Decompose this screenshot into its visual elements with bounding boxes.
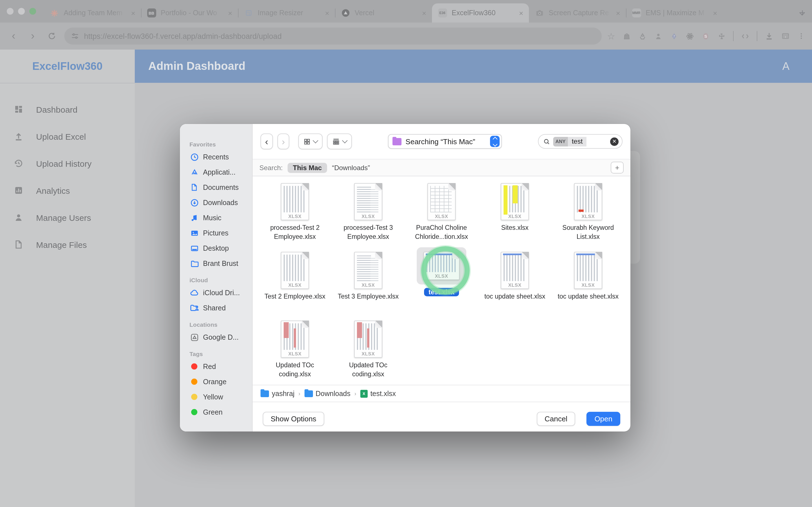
tab-search-button[interactable] <box>800 7 804 17</box>
finder-sidebar-item-applicati-[interactable]: Applicati... <box>180 165 252 180</box>
clear-search-button[interactable]: ✕ <box>610 137 619 146</box>
close-window-button[interactable] <box>7 8 13 15</box>
finder-item-label: iCloud Dri... <box>203 289 240 297</box>
path-label: yashraj <box>272 390 295 397</box>
browser-tab-4[interactable]: Vercel× <box>335 3 432 22</box>
tab-close-icon[interactable]: × <box>228 9 232 17</box>
finder-sidebar-item-google-d-[interactable]: Google D... <box>180 330 252 345</box>
forward-button[interactable]: › <box>26 30 40 42</box>
dialog-forward-button[interactable]: › <box>277 133 289 149</box>
tab-close-icon[interactable]: × <box>131 9 135 17</box>
sidebar-item-manage-files[interactable]: Manage Files <box>0 231 135 258</box>
devtools-window-icon[interactable] <box>781 32 790 41</box>
file-item-4[interactable]: XLSXSites.xlsx <box>478 181 552 247</box>
path-segment-yashraj[interactable]: yashraj <box>260 390 295 397</box>
file-name: Updated TOc coding.xlsx <box>333 361 403 379</box>
finder-sidebar-item-green[interactable]: Green <box>180 404 252 420</box>
file-item-2[interactable]: XLSXprocessed-Test 3 Employee.xlsx <box>332 181 405 247</box>
sidebar-item-upload-excel[interactable]: Upload Excel <box>0 123 135 150</box>
search-token[interactable]: ANY test <box>553 136 607 146</box>
scope-downloads[interactable]: “Downloads” <box>332 164 370 172</box>
sidebar-item-dashboard[interactable]: Dashboard <box>0 96 135 123</box>
extensions-puzzle-icon[interactable] <box>717 32 726 40</box>
browser-tab-7[interactable]: MMREMS | Maximize M× <box>626 3 723 22</box>
browser-tab-5[interactable]: E36ExcelFlow360× <box>432 3 529 22</box>
file-type-badge: XLSX <box>501 214 528 219</box>
file-item-6[interactable]: XLSXTest 2 Employee.xlsx <box>258 249 332 316</box>
file-item-12[interactable]: XLSXUpdated TOc coding.xlsx <box>332 318 405 385</box>
finder-sidebar-item-downloads[interactable]: Downloads <box>180 195 252 210</box>
sidebar-item-manage-users[interactable]: Manage Users <box>0 204 135 231</box>
back-button[interactable]: ‹ <box>7 30 20 42</box>
extension-bag-icon[interactable] <box>622 32 631 40</box>
tab-close-icon[interactable]: × <box>422 9 426 17</box>
tag-dot-icon <box>191 394 197 400</box>
browser-tab-6[interactable]: Screen Capture Re× <box>529 3 626 22</box>
sidebar-section-title: Locations <box>180 321 252 328</box>
file-item-3[interactable]: XLSXPuraChol Choline Chloride...tion.xls… <box>405 181 478 247</box>
search-scope-bar: Search: This Mac “Downloads” + <box>253 159 630 176</box>
file-name: processed-Test 2 Employee.xlsx <box>260 224 330 241</box>
finder-sidebar-item-desktop[interactable]: Desktop <box>180 240 252 256</box>
open-button[interactable]: Open <box>587 411 620 426</box>
location-select[interactable]: Searching “This Mac” <box>388 134 502 149</box>
zoom-window-button[interactable] <box>29 8 36 15</box>
site-settings-icon[interactable] <box>71 32 79 40</box>
file-item-11[interactable]: XLSXUpdated TOc coding.xlsx <box>258 318 332 385</box>
show-options-button[interactable]: Show Options <box>263 411 324 426</box>
file-item-7[interactable]: XLSXTest 3 Employee.xlsx <box>332 249 405 316</box>
finder-sidebar-item-shared[interactable]: Shared <box>180 300 252 316</box>
path-segment-downloads[interactable]: Downloads <box>304 390 350 397</box>
extension-diamond-icon[interactable]: 7 <box>670 32 678 40</box>
tag-dot-icon <box>191 409 197 415</box>
file-item-9[interactable]: XLSXtoc update sheet.xlsx <box>478 249 552 316</box>
avatar[interactable]: A <box>782 60 790 72</box>
add-scope-button[interactable]: + <box>611 162 624 173</box>
file-item-10[interactable]: XLSXtoc update sheet.xlsx <box>552 249 625 316</box>
finder-sidebar-item-recents[interactable]: Recents <box>180 149 252 165</box>
tab-close-icon[interactable]: × <box>713 9 717 17</box>
path-segment-test-xlsx[interactable]: xtest.xlsx <box>360 390 396 397</box>
finder-sidebar-item-brant-brust[interactable]: Brant Brust <box>180 256 252 271</box>
code-brackets-icon[interactable] <box>741 32 749 40</box>
file-item-5[interactable]: XLSXSourabh Keyword List.xlsx <box>552 181 625 247</box>
extension-person-icon[interactable] <box>654 32 663 40</box>
scope-this-mac[interactable]: This Mac <box>288 163 327 173</box>
address-bar[interactable]: https://excel-flow360-f.vercel.app/admin… <box>64 27 601 45</box>
browser-tab-2[interactable]: BBPortfolio - Our Wo× <box>141 3 238 22</box>
extension-atom-icon[interactable] <box>686 32 694 40</box>
group-view-button[interactable] <box>327 133 352 149</box>
sidebar-item-analytics[interactable]: Analytics <box>0 177 135 204</box>
tab-close-icon[interactable]: × <box>519 9 523 17</box>
finder-sidebar-item-orange[interactable]: Orange <box>180 374 252 389</box>
finder-sidebar-item-icloud-dri-[interactable]: iCloud Dri... <box>180 285 252 300</box>
tab-close-icon[interactable]: × <box>325 9 329 17</box>
file-item-1[interactable]: XLSXprocessed-Test 2 Employee.xlsx <box>258 181 332 247</box>
downloads-icon[interactable] <box>765 32 774 41</box>
reload-button[interactable] <box>45 32 59 41</box>
window-controls[interactable] <box>0 0 44 22</box>
finder-sidebar-item-red[interactable]: Red <box>180 359 252 374</box>
tab-title: Screen Capture Re <box>549 9 612 17</box>
minimize-window-button[interactable] <box>18 8 25 15</box>
extension-s-icon[interactable]: S <box>702 32 710 40</box>
dialog-back-button[interactable]: ‹ <box>260 133 273 149</box>
finder-sidebar-item-music[interactable]: Music <box>180 210 252 225</box>
extension-recycle-icon[interactable] <box>638 32 647 40</box>
cancel-button[interactable]: Cancel <box>537 411 575 426</box>
badge-light-icon: MMR <box>632 8 641 17</box>
page-title: Admin Dashboard <box>148 60 246 73</box>
sidebar-item-upload-history[interactable]: Upload History <box>0 150 135 177</box>
tab-close-icon[interactable]: × <box>616 9 620 17</box>
finder-sidebar-item-documents[interactable]: Documents <box>180 180 252 195</box>
browser-menu-kebab-icon[interactable] <box>797 32 805 40</box>
xlsx-file-icon: XLSX <box>281 321 309 358</box>
bookmark-star-icon[interactable]: ☆ <box>607 31 615 41</box>
search-field[interactable]: ANY test ✕ <box>538 134 622 149</box>
tab-title: Image Resizer <box>258 9 320 17</box>
finder-sidebar-item-pictures[interactable]: Pictures <box>180 225 252 240</box>
icon-view-button[interactable] <box>299 133 323 149</box>
browser-tab-1[interactable]: Adding Team Mem× <box>44 3 141 22</box>
finder-sidebar-item-yellow[interactable]: Yellow <box>180 389 252 404</box>
browser-tab-3[interactable]: Image Resizer× <box>238 3 335 22</box>
